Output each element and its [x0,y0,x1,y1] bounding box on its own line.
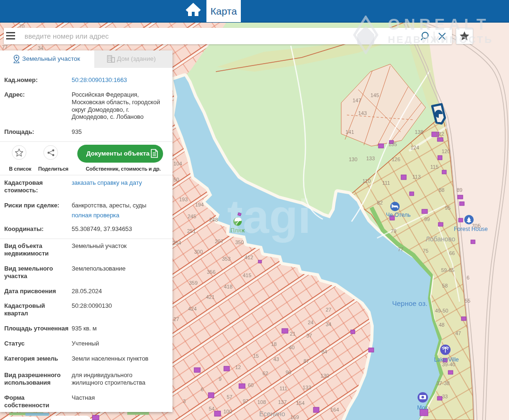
svg-text:82: 82 [377,200,383,206]
svg-text:130: 130 [349,156,357,162]
svg-text:141: 141 [345,129,354,135]
svg-text:133: 133 [366,156,375,161]
svg-text:95: 95 [445,205,451,211]
svg-text:356: 356 [207,269,215,275]
svg-text:12: 12 [235,364,241,370]
svg-text:49-50: 49-50 [435,308,448,313]
svg-text:359: 359 [189,280,197,286]
svg-text:248: 248 [209,217,218,222]
svg-text:133: 133 [303,385,311,390]
svg-text:34: 34 [326,321,331,327]
svg-text:6: 6 [201,387,204,392]
svg-text:169: 169 [290,414,299,420]
svg-text:297: 297 [215,239,223,244]
svg-text:254: 254 [172,240,181,246]
svg-text:145: 145 [370,92,379,98]
svg-text:Че Отель: Че Отель [386,212,410,218]
svg-text:9: 9 [219,376,222,382]
svg-text:424: 424 [188,306,197,312]
svg-text:27: 27 [173,316,179,322]
svg-text:77: 77 [2,44,8,50]
svg-text:122: 122 [435,131,444,137]
svg-text:90: 90 [286,370,291,375]
svg-text:Черное оз.: Черное оз. [392,299,427,307]
svg-text:164: 164 [330,407,339,412]
svg-text:120: 120 [442,148,450,154]
svg-text:412: 412 [245,255,253,260]
svg-text:108: 108 [257,399,266,405]
svg-text:40: 40 [289,345,295,350]
svg-text:104: 104 [173,161,182,166]
svg-text:Есенино: Есенино [259,410,285,418]
svg-text:37: 37 [306,333,312,338]
svg-text:6: 6 [467,275,469,280]
svg-text:84: 84 [321,349,327,354]
svg-text:15: 15 [253,353,259,359]
svg-text:47: 47 [455,330,461,336]
svg-text:126: 126 [392,156,400,162]
svg-text:147: 147 [353,98,361,103]
svg-text:43: 43 [273,356,279,362]
svg-text:50: 50 [173,177,179,182]
svg-text:37-38: 37-38 [436,380,450,386]
svg-text:24: 24 [308,320,313,325]
svg-text:193: 193 [179,197,188,202]
svg-text:66: 66 [449,250,455,256]
svg-text:77: 77 [398,247,403,252]
svg-text:Forest House: Forest House [454,226,488,232]
svg-text:62: 62 [263,371,268,376]
svg-text:300: 300 [194,249,203,255]
svg-text:54: 54 [209,406,214,412]
svg-text:75: 75 [423,248,428,254]
svg-text:99: 99 [424,216,430,222]
svg-text:353: 353 [222,256,230,262]
svg-text:60: 60 [248,382,254,388]
svg-text:21: 21 [290,331,296,337]
svg-text:415: 415 [243,272,251,278]
svg-text:115: 115 [430,164,439,170]
svg-text:130: 130 [320,373,329,379]
svg-text:Мох: Мох [417,404,428,411]
svg-text:251: 251 [187,228,196,234]
svg-text:59-65: 59-65 [441,267,454,273]
svg-text:110: 110 [362,178,371,184]
svg-text:33: 33 [442,394,448,399]
svg-text:48: 48 [439,322,444,328]
svg-text:418: 418 [224,284,232,289]
svg-text:3: 3 [183,398,186,404]
svg-text:27: 27 [326,307,331,313]
svg-text:Лобаново: Лобаново [426,235,455,243]
svg-text:138: 138 [415,129,423,135]
svg-text:55: 55 [465,298,470,304]
svg-text:79: 79 [391,228,396,234]
svg-text:124: 124 [410,145,419,150]
svg-text:88: 88 [439,187,444,193]
svg-text:89: 89 [457,187,462,193]
svg-text:245: 245 [188,214,196,219]
svg-text:57: 57 [227,394,232,400]
svg-text:18: 18 [271,341,277,347]
svg-text:113: 113 [412,174,421,180]
svg-text:421: 421 [206,294,214,300]
svg-text:111: 111 [382,180,390,186]
svg-text:137: 137 [278,399,287,405]
svg-text:Lake-Ville: Lake-Ville [434,356,459,363]
svg-text:87: 87 [304,358,309,364]
svg-text:58: 58 [442,283,448,288]
svg-text:111: 111 [279,386,287,391]
svg-text:143: 143 [358,110,367,116]
svg-text:135: 135 [388,141,397,147]
svg-text:154: 154 [296,400,304,406]
svg-text:194: 194 [195,202,204,207]
svg-text:97: 97 [243,398,248,404]
svg-text:100: 100 [223,409,232,414]
